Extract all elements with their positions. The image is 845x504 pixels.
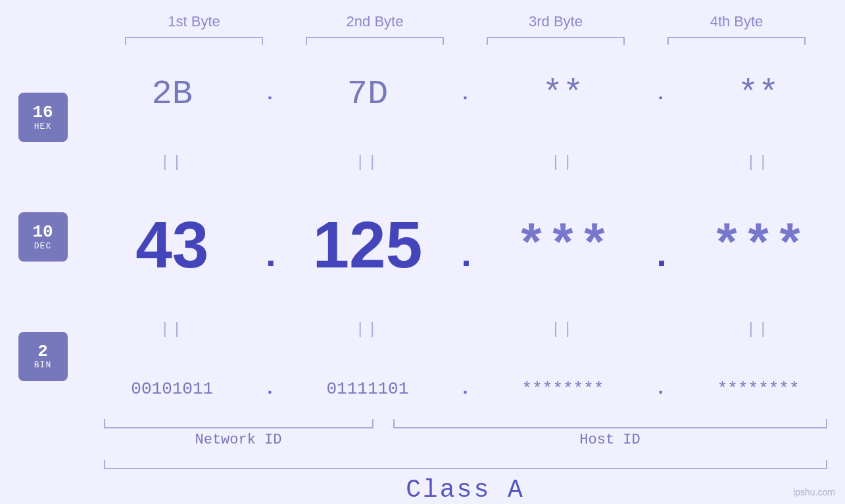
byte-header-3: 3rd Byte bbox=[483, 13, 628, 30]
bin-dot-1: . bbox=[260, 378, 279, 399]
host-bracket bbox=[393, 419, 827, 428]
hex-dot-3: . bbox=[651, 84, 671, 104]
bin-value-1: 00101011 bbox=[131, 379, 213, 399]
hex-dot-2: . bbox=[455, 84, 475, 104]
eq1-1: || bbox=[100, 154, 245, 172]
network-bracket bbox=[104, 419, 374, 428]
dec-badge: 10 DEC bbox=[18, 212, 68, 262]
bottom-section: Network ID Host ID Class A bbox=[104, 419, 827, 504]
eq1-4: || bbox=[686, 154, 831, 172]
hex-cell-1: 2B bbox=[100, 75, 245, 114]
main-content: 16 HEX 10 DEC 2 BIN 2B . 7D bbox=[0, 55, 845, 419]
dec-dot-1: . bbox=[260, 236, 279, 277]
bin-label: BIN bbox=[34, 361, 51, 370]
hex-cell-2: 7D bbox=[295, 75, 440, 114]
bin-cell-2: 01111101 bbox=[295, 379, 440, 399]
dec-cell-3: *** bbox=[491, 218, 635, 277]
id-labels: Network ID Host ID bbox=[104, 432, 827, 448]
equals-row-1: || || || || bbox=[92, 154, 838, 172]
dec-dot-2: . bbox=[455, 236, 475, 277]
dec-value-3: *** bbox=[516, 218, 610, 277]
bracket-2 bbox=[306, 37, 444, 45]
hex-badge: 16 HEX bbox=[18, 93, 68, 142]
hex-row: 2B . 7D . ** . ** bbox=[92, 75, 838, 114]
eq1-3: || bbox=[491, 154, 635, 172]
equals-row-2: || || || || bbox=[92, 321, 838, 338]
bin-cell-4: ******** bbox=[686, 379, 831, 399]
byte-header-1: 1st Byte bbox=[122, 13, 266, 30]
watermark: ipshu.com bbox=[793, 487, 835, 497]
eq2-4: || bbox=[686, 321, 831, 338]
hex-dot-1: . bbox=[260, 84, 279, 104]
hex-number: 16 bbox=[32, 103, 53, 122]
host-id-label: Host ID bbox=[393, 432, 827, 448]
dec-dot-3: . bbox=[651, 236, 671, 277]
dec-value-2: 125 bbox=[312, 208, 422, 281]
bin-number: 2 bbox=[37, 342, 48, 361]
hex-value-3: ** bbox=[543, 75, 583, 114]
hex-cell-3: ** bbox=[491, 75, 635, 114]
hex-value-2: 7D bbox=[347, 75, 388, 114]
main-container: 1st Byte 2nd Byte 3rd Byte 4th Byte 16 H… bbox=[0, 0, 845, 504]
dec-number: 10 bbox=[32, 223, 53, 242]
bracket-3 bbox=[487, 37, 625, 45]
bin-value-4: ******** bbox=[717, 379, 800, 399]
bracket-1 bbox=[125, 37, 263, 45]
byte-header-4: 4th Byte bbox=[664, 13, 809, 30]
eq2-1: || bbox=[100, 321, 245, 338]
bottom-brackets-row bbox=[104, 419, 827, 428]
bin-badge: 2 BIN bbox=[18, 332, 68, 381]
badges-column: 16 HEX 10 DEC 2 BIN bbox=[0, 55, 85, 419]
bin-cell-1: 00101011 bbox=[100, 379, 245, 399]
dec-label: DEC bbox=[34, 242, 51, 251]
dec-cell-4: *** bbox=[686, 218, 831, 277]
byte-headers-row: 1st Byte 2nd Byte 3rd Byte 4th Byte bbox=[104, 13, 827, 30]
byte-header-2: 2nd Byte bbox=[302, 13, 447, 30]
bin-dot-3: . bbox=[651, 378, 671, 399]
bin-value-3: ******** bbox=[522, 379, 604, 399]
eq1-2: || bbox=[295, 154, 440, 172]
eq2-3: || bbox=[491, 321, 635, 338]
bin-dot-2: . bbox=[455, 378, 475, 399]
data-area: 2B . 7D . ** . ** || || bbox=[85, 55, 845, 419]
bracket-spacer bbox=[374, 419, 393, 428]
dec-value-4: *** bbox=[711, 218, 806, 277]
hex-cell-4: ** bbox=[686, 75, 831, 114]
class-label: Class A bbox=[104, 476, 827, 504]
eq2-2: || bbox=[295, 321, 440, 338]
dec-row: 43 . 125 . *** . *** bbox=[92, 212, 838, 281]
hex-value-4: ** bbox=[738, 75, 779, 114]
hex-value-1: 2B bbox=[152, 75, 193, 114]
hex-label: HEX bbox=[34, 122, 51, 131]
network-id-label: Network ID bbox=[104, 432, 374, 448]
bin-row: 00101011 . 01111101 . ******** . *******… bbox=[92, 378, 838, 399]
bin-cell-3: ******** bbox=[491, 379, 635, 399]
bracket-4 bbox=[667, 37, 806, 45]
dec-cell-2: 125 bbox=[295, 212, 440, 277]
full-bracket bbox=[104, 460, 827, 469]
bin-value-2: 01111101 bbox=[326, 379, 408, 399]
dec-cell-1: 43 bbox=[100, 212, 245, 277]
dec-value-1: 43 bbox=[135, 208, 208, 281]
top-brackets bbox=[104, 37, 827, 45]
